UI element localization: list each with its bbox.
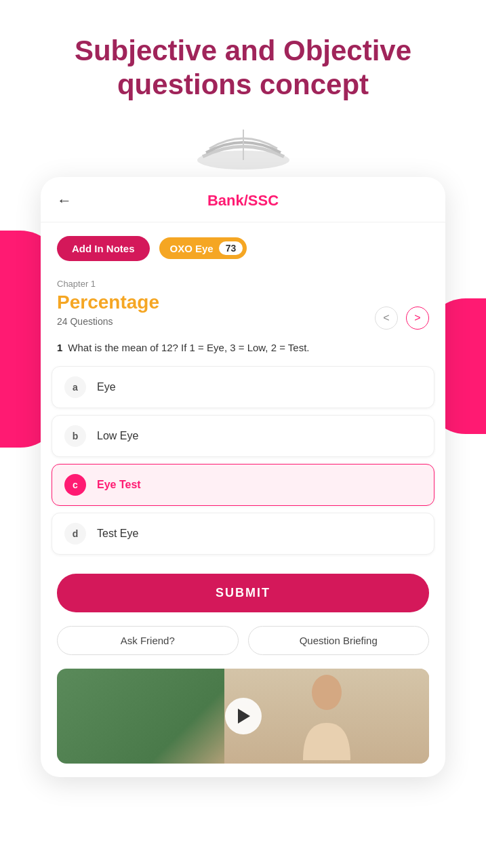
oxo-label: OXO Eye <box>170 243 214 254</box>
options-list: a Eye b Low Eye c Eye Test d Test Eye <box>41 361 445 560</box>
book-icon-area <box>0 116 486 177</box>
book-icon <box>189 123 298 177</box>
option-b-label: Low Eye <box>97 430 138 442</box>
top-bar: ← Bank/SSC <box>41 177 445 222</box>
page-title: Subjective and Objective questions conce… <box>41 34 445 102</box>
submit-button[interactable]: SUBMIT <box>57 574 429 612</box>
video-overlay <box>57 669 429 764</box>
page-header: Subjective and Objective questions conce… <box>0 0 486 116</box>
question-section: 1What is the mean of 12? If 1 = Eye, 3 =… <box>41 330 445 361</box>
question-count: 24 Questions <box>57 316 429 327</box>
chapter-content: Chapter 1 Percentage 24 Questions <box>57 268 429 330</box>
option-c[interactable]: c Eye Test <box>52 464 434 506</box>
option-c-label: Eye Test <box>97 479 141 491</box>
option-d[interactable]: d Test Eye <box>52 513 434 555</box>
option-a[interactable]: a Eye <box>52 366 434 408</box>
chapter-nav: < > <box>375 307 429 330</box>
video-thumbnail[interactable] <box>57 669 429 764</box>
prev-chapter-button[interactable]: < <box>375 307 398 330</box>
option-a-circle: a <box>64 376 86 398</box>
submit-section: SUBMIT <box>41 560 445 623</box>
question-briefing-button[interactable]: Question Briefing <box>248 626 430 655</box>
next-chapter-button[interactable]: > <box>406 307 429 330</box>
option-d-circle: d <box>64 523 86 545</box>
add-notes-button[interactable]: Add In Notes <box>57 236 150 261</box>
bottom-actions: Ask Friend? Question Briefing <box>41 623 445 666</box>
chapter-label: Chapter 1 <box>57 279 429 289</box>
option-b-circle: b <box>64 425 86 447</box>
chapter-title: Percentage <box>57 292 429 313</box>
play-icon <box>238 709 250 724</box>
oxo-pill[interactable]: OXO Eye 73 <box>159 237 247 259</box>
option-a-label: Eye <box>97 381 116 393</box>
phone-card: ← Bank/SSC Add In Notes OXO Eye 73 Chapt… <box>41 177 445 778</box>
chapter-row: Chapter 1 Percentage 24 Questions < > <box>41 268 445 330</box>
top-title: Bank/SSC <box>207 192 279 210</box>
option-d-label: Test Eye <box>97 528 138 540</box>
play-button[interactable] <box>225 698 262 734</box>
option-c-circle: c <box>64 474 86 496</box>
question-number: 1 <box>57 342 62 353</box>
ask-friend-button[interactable]: Ask Friend? <box>57 626 239 655</box>
option-b[interactable]: b Low Eye <box>52 415 434 457</box>
back-button[interactable]: ← <box>57 192 72 210</box>
question-text: 1What is the mean of 12? If 1 = Eye, 3 =… <box>57 342 310 353</box>
oxo-count: 73 <box>219 241 243 255</box>
action-row: Add In Notes OXO Eye 73 <box>41 222 445 268</box>
